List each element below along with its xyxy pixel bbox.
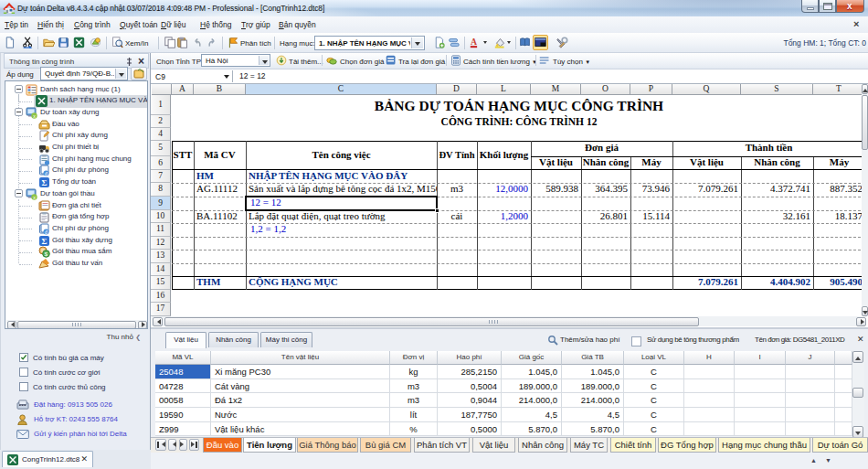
svg-text:Σ: Σ <box>42 237 48 246</box>
svg-text:x: x <box>33 113 36 119</box>
svg-text:A: A <box>471 37 477 47</box>
svg-text:x: x <box>33 195 36 200</box>
svg-text:Σ: Σ <box>42 178 48 187</box>
svg-text:đ: đ <box>45 229 48 234</box>
svg-text:đ: đ <box>45 171 48 176</box>
